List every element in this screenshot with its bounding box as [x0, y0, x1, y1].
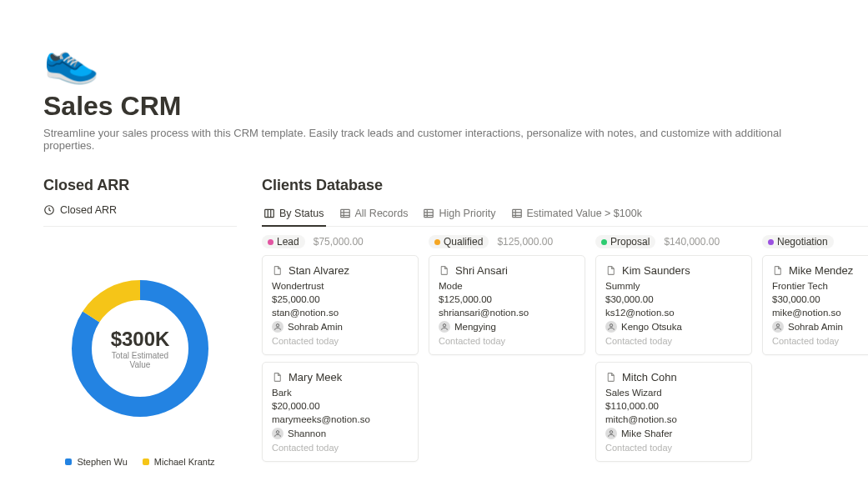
document-icon	[439, 265, 449, 276]
column-header: Qualified$125,000.00	[429, 235, 585, 248]
column-negotiation: NegotiationMike MendezFrontier Tech$30,0…	[762, 235, 868, 468]
client-value: $110,000.00	[605, 401, 742, 411]
chart-legend: Stephen WuMichael Krantz	[65, 457, 214, 467]
svg-rect-4	[340, 209, 349, 217]
client-card[interactable]: Kim SaundersSummly$30,000.00ks12@notion.…	[595, 255, 752, 355]
column-lead: Lead$75,000.00Stan AlvarezWondertrust$25…	[262, 235, 419, 468]
document-icon	[605, 372, 616, 383]
card-title: Mary Meek	[272, 371, 409, 383]
owner-name: Kengo Otsuka	[621, 322, 682, 332]
page-title: Sales CRM	[43, 91, 868, 122]
tab-by-status[interactable]: By Status	[262, 204, 326, 226]
card-title: Shri Ansari	[439, 264, 575, 277]
avatar	[605, 321, 617, 333]
donut-chart: $300K Total Estimated Value	[65, 273, 215, 423]
owner-name: Shannon	[288, 428, 326, 438]
column-header: Proposal$140,000.00	[595, 235, 752, 248]
tab-label: High Priority	[439, 208, 495, 219]
status-dot	[601, 239, 607, 245]
legend-dot	[143, 458, 149, 465]
client-name: Kim Saunders	[622, 264, 690, 277]
divider	[43, 226, 237, 227]
tab-estimated-value-100k[interactable]: Estimated Value > $100k	[509, 204, 644, 226]
client-value: $25,000.00	[272, 294, 409, 304]
owner-name: Mengying	[454, 322, 496, 332]
tab-label: Estimated Value > $100k	[527, 208, 642, 219]
closed-arr-link[interactable]: Closed ARR	[43, 204, 117, 223]
tab-all-records[interactable]: All Records	[338, 204, 410, 226]
client-email: stan@notion.so	[272, 308, 409, 318]
donut-total-label: Total Estimated Value	[103, 351, 178, 369]
column-header: Negotiation	[762, 235, 868, 248]
client-value: $20,000.00	[272, 401, 409, 411]
client-company: Wondertrust	[272, 281, 409, 291]
owner-name: Mike Shafer	[621, 428, 672, 438]
svg-point-9	[443, 324, 445, 327]
contacted-label: Contacted today	[605, 443, 742, 453]
tab-high-priority[interactable]: High Priority	[421, 204, 497, 226]
client-company: Frontier Tech	[772, 281, 868, 291]
table-icon	[423, 208, 434, 219]
donut-total-value: $300K	[103, 328, 178, 351]
legend-item: Michael Krantz	[143, 457, 215, 467]
column-sum: $125,000.00	[497, 236, 553, 248]
status-pill[interactable]: Lead	[262, 235, 305, 248]
client-name: Shri Ansari	[455, 264, 508, 277]
page-subtitle: Streamline your sales process with this …	[43, 127, 827, 152]
status-pill[interactable]: Proposal	[595, 235, 655, 248]
tab-label: By Status	[279, 208, 324, 219]
client-company: Sales Wizard	[605, 388, 742, 398]
client-card[interactable]: Mary MeekBark$20,000.00marymeeks@notion.…	[262, 362, 419, 462]
client-value: $30,000.00	[772, 294, 868, 304]
owner-name: Sohrab Amin	[788, 322, 843, 332]
card-title: Kim Saunders	[605, 264, 742, 277]
column-sum: $75,000.00	[314, 236, 364, 248]
svg-point-7	[276, 324, 278, 327]
svg-rect-6	[512, 209, 521, 217]
contacted-label: Contacted today	[772, 336, 868, 346]
status-pill[interactable]: Qualified	[429, 235, 489, 248]
svg-point-12	[776, 324, 779, 327]
client-card[interactable]: Mike MendezFrontier Tech$30,000.00mike@n…	[762, 255, 868, 355]
client-email: marymeeks@notion.so	[272, 414, 409, 424]
client-email: mike@notion.so	[772, 308, 868, 318]
svg-point-10	[610, 324, 612, 327]
column-sum: $140,000.00	[664, 236, 720, 248]
clients-title: Clients Database	[262, 177, 868, 194]
table-icon	[339, 208, 351, 219]
card-title: Stan Alvarez	[272, 264, 409, 277]
closed-arr-link-label: Closed ARR	[60, 204, 117, 216]
client-owner: Sohrab Amin	[772, 321, 868, 333]
client-owner: Shannon	[272, 428, 409, 439]
owner-name: Sohrab Amin	[288, 322, 343, 332]
client-owner: Kengo Otsuka	[605, 321, 742, 333]
column-header: Lead$75,000.00	[262, 235, 419, 248]
client-email: shriansari@notion.so	[439, 308, 575, 318]
card-title: Mike Mendez	[772, 264, 868, 277]
status-dot	[768, 239, 774, 245]
client-value: $30,000.00	[605, 294, 742, 304]
column-qualified: Qualified$125,000.00Shri AnsariMode$125,…	[429, 235, 585, 468]
closed-arr-title: Closed ARR	[43, 177, 237, 194]
client-value: $125,000.00	[439, 294, 575, 304]
client-name: Mitch Cohn	[622, 371, 677, 383]
client-card[interactable]: Stan AlvarezWondertrust$25,000.00stan@no…	[262, 255, 419, 355]
client-email: mitch@notion.so	[605, 414, 742, 424]
client-card[interactable]: Mitch CohnSales Wizard$110,000.00mitch@n…	[595, 362, 752, 462]
client-owner: Mike Shafer	[605, 428, 742, 439]
client-company: Mode	[439, 281, 575, 291]
status-label: Proposal	[610, 236, 650, 248]
legend-dot	[65, 458, 72, 465]
client-card[interactable]: Shri AnsariMode$125,000.00shriansari@not…	[429, 255, 585, 355]
column-proposal: Proposal$140,000.00Kim SaundersSummly$30…	[595, 235, 752, 468]
client-name: Mary Meek	[288, 371, 342, 383]
tab-label: All Records	[355, 208, 409, 219]
client-owner: Sohrab Amin	[272, 321, 409, 333]
client-owner: Mengying	[439, 321, 575, 333]
status-label: Lead	[277, 236, 299, 248]
status-label: Qualified	[444, 236, 483, 248]
client-email: ks12@notion.so	[605, 308, 742, 318]
contacted-label: Contacted today	[605, 336, 742, 346]
legend-item: Stephen Wu	[65, 457, 127, 467]
status-pill[interactable]: Negotiation	[762, 235, 834, 248]
